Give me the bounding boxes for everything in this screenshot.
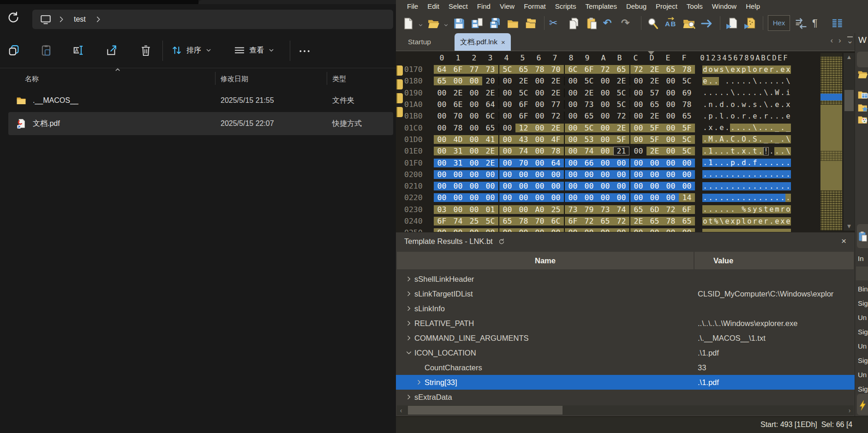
- hex-byte[interactable]: 00: [565, 182, 581, 190]
- save-all-icon[interactable]: [488, 17, 502, 30]
- hex-byte[interactable]: 00: [499, 100, 515, 109]
- hex-byte[interactable]: 2E: [630, 217, 647, 225]
- hex-byte[interactable]: 00: [647, 170, 663, 179]
- hex-byte[interactable]: 5F: [679, 124, 695, 132]
- hex-byte[interactable]: 72: [630, 65, 647, 74]
- hex-byte[interactable]: 00: [450, 205, 466, 214]
- open-folder-icon[interactable]: [857, 68, 868, 79]
- hex-byte[interactable]: 72: [613, 112, 629, 120]
- hex-byte[interactable]: 00: [450, 193, 466, 202]
- hex-byte[interactable]: 00: [679, 159, 695, 167]
- tab-scroll-right-icon[interactable]: ›: [838, 36, 841, 46]
- ascii-block[interactable]: .....\.....\.W.i: [702, 89, 791, 97]
- hex-byte[interactable]: 2E: [515, 77, 532, 85]
- hex-byte[interactable]: 5F: [647, 124, 663, 132]
- template-row[interactable]: ICON_LOCATION.\1.pdf: [396, 345, 855, 360]
- hex-byte[interactable]: 77: [466, 65, 482, 74]
- address-bar[interactable]: test: [32, 10, 393, 29]
- hex-byte[interactable]: 12: [515, 124, 532, 132]
- hex-byte[interactable]: 74: [515, 147, 532, 155]
- ascii-block[interactable]: ................: [702, 182, 791, 190]
- hex-byte[interactable]: 00: [532, 182, 548, 190]
- hex-byte[interactable]: 00: [466, 182, 482, 190]
- hex-byte[interactable]: 00: [466, 193, 482, 202]
- hex-byte[interactable]: 00: [466, 100, 482, 109]
- hex-byte[interactable]: 00: [581, 182, 597, 190]
- hex-row[interactable]: 021000000000000000000000000000000000....…: [396, 180, 791, 192]
- menu-view[interactable]: View: [495, 2, 519, 10]
- template-horizontal-scrollbar[interactable]: ‹ ›: [397, 405, 854, 415]
- hex-byte[interactable]: 00: [597, 159, 613, 167]
- hex-byte[interactable]: 72: [581, 217, 597, 225]
- hex-byte[interactable]: 00: [548, 193, 564, 202]
- hex-byte[interactable]: 00: [434, 159, 450, 167]
- hex-byte[interactable]: 00: [597, 89, 613, 97]
- view-button[interactable]: 查看: [233, 39, 275, 61]
- hex-byte[interactable]: 00: [532, 193, 548, 202]
- hex-byte[interactable]: 00: [450, 170, 466, 179]
- hex-byte[interactable]: 00: [663, 228, 679, 232]
- save-as-icon[interactable]: [470, 17, 484, 30]
- hex-vertical-scrollbar[interactable]: ▲ ▼: [844, 53, 855, 231]
- hex-byte[interactable]: 00: [466, 89, 482, 97]
- hex-byte[interactable]: 00: [466, 147, 482, 155]
- hex-byte[interactable]: 00: [532, 228, 548, 232]
- hex-byte[interactable]: 00: [565, 228, 581, 232]
- hex-byte[interactable]: 00: [630, 182, 647, 190]
- ascii-block[interactable]: ...... %systemro: [702, 205, 791, 214]
- hex-row[interactable]: 0190002E002E005C002E002E005C00570069....…: [396, 87, 791, 99]
- hex-byte[interactable]: 2E: [613, 77, 629, 85]
- pilcrow-icon[interactable]: ¶: [812, 17, 826, 30]
- hex-byte[interactable]: 00: [532, 170, 548, 179]
- hex-byte[interactable]: 00: [499, 159, 515, 167]
- hex-byte[interactable]: 00: [532, 159, 548, 167]
- hex-byte[interactable]: 65: [647, 100, 663, 109]
- hex-byte[interactable]: 00: [630, 124, 647, 132]
- copy-icon[interactable]: [7, 44, 20, 57]
- template-row[interactable]: sLinkTargetIDListCLSID_MyComputer\C:\Win…: [396, 286, 855, 301]
- hex-row[interactable]: 0170646F77735C6578706C6F7265722E6578dows…: [396, 64, 791, 75]
- hex-byte[interactable]: 2E: [647, 147, 663, 155]
- hex-byte[interactable]: 41: [482, 135, 498, 144]
- hex-byte[interactable]: 00: [613, 182, 629, 190]
- hex-byte[interactable]: 00: [499, 147, 515, 155]
- save-icon[interactable]: [452, 17, 466, 30]
- hex-byte[interactable]: 64: [548, 159, 564, 167]
- hex-byte[interactable]: 00: [597, 228, 613, 232]
- hex-byte[interactable]: 00: [597, 124, 613, 132]
- close-all-files-icon[interactable]: [524, 17, 538, 30]
- hex-byte[interactable]: 00: [434, 124, 450, 132]
- hex-byte[interactable]: 00: [434, 112, 450, 120]
- breadcrumb-location[interactable]: test: [74, 15, 86, 24]
- ascii-block[interactable]: e.. .....\.....\: [702, 77, 791, 85]
- hex-byte[interactable]: 00: [647, 228, 663, 232]
- hex-byte[interactable]: 00: [630, 170, 647, 179]
- hex-byte[interactable]: 14: [679, 193, 695, 202]
- hex-byte[interactable]: 4D: [450, 135, 466, 144]
- rename-icon[interactable]: A: [72, 44, 85, 57]
- file-row[interactable]: .__MACOS__2025/5/15 21:55文件夹: [8, 89, 393, 112]
- template-column-value[interactable]: Value: [694, 256, 733, 265]
- run-template-icon[interactable]: [743, 17, 757, 30]
- hex-byte[interactable]: 2E: [647, 77, 663, 85]
- hex-byte[interactable]: 70: [515, 159, 532, 167]
- hex-byte[interactable]: 25: [466, 217, 482, 225]
- column-header-type[interactable]: 类型: [332, 75, 346, 83]
- inspector-row-fragment[interactable]: Sig: [858, 356, 868, 364]
- hex-byte[interactable]: 00: [679, 228, 695, 232]
- hex-byte[interactable]: 00: [565, 170, 581, 179]
- dock-tab[interactable]: [857, 52, 868, 67]
- hex-row[interactable]: 01B00070006C006F007200650072002E0065.p.l…: [396, 110, 791, 122]
- hex-byte[interactable]: 00: [663, 89, 679, 97]
- hex-byte[interactable]: 6F: [450, 65, 466, 74]
- hex-byte[interactable]: 74: [613, 205, 629, 214]
- hex-byte[interactable]: 00: [532, 147, 548, 155]
- hex-byte[interactable]: 00: [613, 170, 629, 179]
- menu-window[interactable]: Window: [707, 2, 741, 10]
- hex-byte[interactable]: 6F: [434, 217, 450, 225]
- menu-format[interactable]: Format: [519, 2, 551, 10]
- hex-byte[interactable]: 6F: [515, 112, 532, 120]
- hex-byte[interactable]: 2E: [581, 89, 597, 97]
- menu-scripts[interactable]: Scripts: [551, 2, 581, 10]
- hex-byte[interactable]: 00: [466, 112, 482, 120]
